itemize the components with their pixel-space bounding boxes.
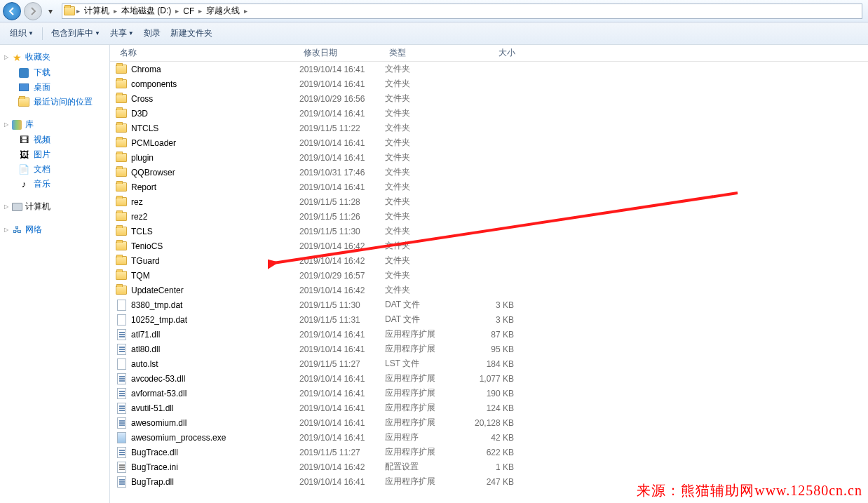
- sidebar-item-videos[interactable]: 🎞视频: [0, 133, 109, 147]
- breadcrumb-item[interactable]: 计算机: [81, 5, 112, 17]
- file-row[interactable]: avformat-53.dll2019/10/14 16:41应用程序扩展190…: [110, 386, 868, 401]
- expand-icon: ▷: [4, 54, 8, 60]
- sidebar-item-documents[interactable]: 📄文档: [0, 162, 109, 177]
- file-row[interactable]: TQM2019/10/29 16:57文件夹: [110, 268, 868, 283]
- include-in-library-button[interactable]: 包含到库中▼: [47, 25, 104, 42]
- documents-icon: 📄: [18, 164, 29, 175]
- column-type[interactable]: 类型: [385, 47, 463, 59]
- file-size: 20,128 KB: [463, 418, 520, 428]
- file-date: 2019/10/14 16:41: [299, 403, 385, 413]
- file-row[interactable]: TGuard2019/10/14 16:42文件夹: [110, 253, 868, 268]
- libraries-group: ▷ 库 🎞视频 🖼图片 📄文档 ♪音乐: [0, 116, 109, 192]
- column-size[interactable]: 大小: [463, 47, 520, 59]
- file-row[interactable]: D3D2019/10/14 16:41文件夹: [110, 106, 868, 121]
- file-row[interactable]: components2019/10/14 16:41文件夹: [110, 76, 868, 91]
- file-row[interactable]: UpdateCenter2019/10/14 16:42文件夹: [110, 283, 868, 297]
- file-row[interactable]: QQBrowser2019/10/31 17:46文件夹: [110, 165, 868, 180]
- command-bar: 组织▼ 包含到库中▼ 共享▼ 刻录 新建文件夹: [0, 22, 868, 45]
- file-row[interactable]: rez22019/11/5 11:26文件夹: [110, 209, 868, 224]
- sidebar-item-network[interactable]: ▷ 🖧 网络: [0, 222, 109, 238]
- sidebar-item-desktop[interactable]: 桌面: [0, 80, 109, 95]
- file-type: 文件夹: [385, 63, 463, 75]
- sidebar-item-pictures[interactable]: 🖼图片: [0, 147, 109, 162]
- file-row[interactable]: 8380_tmp.dat2019/11/5 11:30DAT 文件3 KB: [110, 297, 868, 312]
- breadcrumb: ▸ 计算机 ▸ 本地磁盘 (D:) ▸ CF ▸ 穿越火线 ▸: [75, 5, 249, 17]
- file-row[interactable]: awesomium.dll2019/10/14 16:41应用程序扩展20,12…: [110, 415, 868, 430]
- file-row[interactable]: TCLS2019/11/5 11:30文件夹: [110, 224, 868, 239]
- breadcrumb-item[interactable]: CF: [180, 6, 197, 16]
- chevron-right-icon[interactable]: ▸: [243, 7, 249, 15]
- chevron-right-icon[interactable]: ▸: [197, 7, 203, 15]
- file-row[interactable]: auto.lst2019/11/5 11:27LST 文件184 KB: [110, 356, 868, 371]
- sidebar-item-music[interactable]: ♪音乐: [0, 177, 109, 192]
- chevron-right-icon[interactable]: ▸: [174, 7, 180, 15]
- file-row[interactable]: PCMLoader2019/10/14 16:41文件夹: [110, 135, 868, 150]
- file-date: 2019/10/31 17:46: [299, 168, 385, 177]
- breadcrumb-item[interactable]: 穿越火线: [203, 5, 243, 17]
- file-name: BugTrace.ini: [131, 462, 178, 472]
- computer-icon: [11, 201, 22, 213]
- file-row[interactable]: BugTrace.ini2019/10/14 16:42配置设置1 KB: [110, 460, 868, 474]
- folder-icon: [64, 6, 75, 17]
- expand-icon: ▷: [4, 227, 8, 233]
- breadcrumb-item[interactable]: 本地磁盘 (D:): [118, 5, 174, 17]
- file-date: 2019/11/5 11:28: [299, 197, 385, 207]
- dll-icon: [116, 373, 127, 384]
- file-row[interactable]: Report2019/10/14 16:41文件夹: [110, 180, 868, 194]
- file-date: 2019/10/14 16:41: [299, 109, 385, 119]
- file-date: 2019/11/5 11:31: [299, 315, 385, 325]
- file-type: 应用程序扩展: [385, 328, 463, 340]
- sidebar-item-computer[interactable]: ▷ 计算机: [0, 199, 109, 215]
- file-row[interactable]: TenioCS2019/10/14 16:42文件夹: [110, 239, 868, 253]
- file-type: 文件夹: [385, 284, 463, 296]
- file-row[interactable]: Chroma2019/10/14 16:41文件夹: [110, 62, 868, 76]
- new-folder-button[interactable]: 新建文件夹: [166, 25, 217, 42]
- file-row[interactable]: Cross2019/10/29 16:56文件夹: [110, 91, 868, 106]
- file-row[interactable]: NTCLS2019/11/5 11:22文件夹: [110, 121, 868, 135]
- file-row[interactable]: avutil-51.dll2019/10/14 16:41应用程序扩展124 K…: [110, 401, 868, 415]
- back-button[interactable]: [3, 2, 21, 20]
- share-button[interactable]: 共享▼: [106, 25, 138, 42]
- favorites-header[interactable]: ▷ ★ 收藏夹: [0, 49, 109, 65]
- file-row[interactable]: awesomium_process.exe2019/10/14 16:41应用程…: [110, 430, 868, 445]
- sidebar-item-downloads[interactable]: 下载: [0, 65, 109, 80]
- folder-icon: [116, 196, 127, 208]
- file-icon: [116, 314, 127, 326]
- address-bar[interactable]: ▸ 计算机 ▸ 本地磁盘 (D:) ▸ CF ▸ 穿越火线 ▸: [62, 4, 862, 19]
- file-row[interactable]: BugTrace.dll2019/11/5 11:27应用程序扩展622 KB: [110, 445, 868, 460]
- file-row[interactable]: 10252_tmp.dat2019/11/5 11:31DAT 文件3 KB: [110, 312, 868, 327]
- organize-button[interactable]: 组织▼: [6, 25, 38, 42]
- nav-history-dropdown[interactable]: ▾: [45, 2, 56, 20]
- libraries-header[interactable]: ▷ 库: [0, 116, 109, 133]
- file-row[interactable]: rez2019/11/5 11:28文件夹: [110, 194, 868, 209]
- file-date: 2019/10/29 16:56: [299, 94, 385, 104]
- file-type: 文件夹: [385, 166, 463, 178]
- burn-button[interactable]: 刻录: [140, 25, 165, 42]
- file-type: 文件夹: [385, 107, 463, 119]
- file-name: atl80.dll: [131, 344, 160, 354]
- chevron-down-icon: ▼: [95, 30, 100, 36]
- file-row[interactable]: plugin2019/10/14 16:41文件夹: [110, 150, 868, 165]
- file-date: 2019/10/14 16:41: [299, 138, 385, 148]
- file-size: 87 KB: [463, 330, 520, 340]
- forward-button[interactable]: [24, 2, 42, 20]
- file-date: 2019/10/14 16:41: [299, 374, 385, 384]
- file-type: LST 文件: [385, 358, 463, 370]
- chevron-down-icon: ▼: [28, 30, 34, 36]
- file-row[interactable]: avcodec-53.dll2019/10/14 16:41应用程序扩展1,07…: [110, 371, 868, 386]
- file-row[interactable]: atl80.dll2019/10/14 16:41应用程序扩展95 KB: [110, 342, 868, 356]
- file-list-pane: 名称 修改日期 类型 大小 Chroma2019/10/14 16:41文件夹c…: [110, 45, 868, 503]
- chevron-right-icon[interactable]: ▸: [75, 7, 81, 15]
- file-size: 1 KB: [463, 462, 520, 472]
- chevron-right-icon[interactable]: ▸: [112, 7, 118, 15]
- file-name: BugTrap.dll: [131, 477, 174, 487]
- file-name: rez: [131, 197, 143, 207]
- file-row[interactable]: atl71.dll2019/10/14 16:41应用程序扩展87 KB: [110, 327, 868, 342]
- column-date[interactable]: 修改日期: [299, 47, 385, 59]
- column-name[interactable]: 名称: [116, 47, 299, 59]
- ini-icon: [116, 462, 127, 473]
- file-name: plugin: [131, 153, 154, 163]
- folder-icon: [116, 64, 127, 75]
- file-date: 2019/11/5 11:27: [299, 448, 385, 457]
- sidebar-item-recent[interactable]: 最近访问的位置: [0, 95, 109, 109]
